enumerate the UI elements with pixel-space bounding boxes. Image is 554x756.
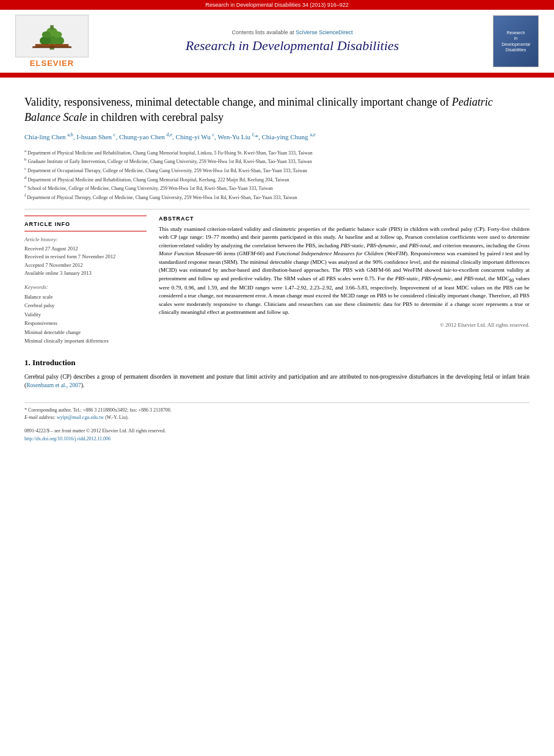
keyword-6: Minimal clinically important differences bbox=[24, 336, 147, 345]
main-content: Validity, responsiveness, minimal detect… bbox=[0, 78, 554, 456]
available-online-date: Available online 3 January 2013 bbox=[24, 269, 147, 278]
svg-point-5 bbox=[42, 31, 51, 38]
affiliation-a: a Department of Physical Medicine and Re… bbox=[24, 148, 530, 157]
journal-citation: Research in Developmental Disabilities 3… bbox=[205, 2, 349, 8]
received-revised-date: Received in revised form 7 November 2012 bbox=[24, 253, 147, 261]
affiliation-c: c Department of Occupational Therapy, Co… bbox=[24, 165, 530, 175]
affiliation-b: b Graduate Institute of Early Interventi… bbox=[24, 156, 530, 165]
svg-rect-8 bbox=[35, 44, 69, 46]
history-label: Article history: bbox=[24, 236, 147, 242]
journal-cover-text: ResearchinDevelopmentalDisabilities bbox=[501, 30, 530, 52]
affiliation-f: f Department of Physical Therapy, Colleg… bbox=[24, 192, 530, 202]
affiliation-d: d Department of Physical Medicine and Re… bbox=[24, 175, 530, 184]
article-title: Validity, responsiveness, minimal detect… bbox=[24, 95, 530, 125]
abstract-body: This study examined criterion-related va… bbox=[159, 225, 530, 317]
sciverse-line: Contents lists available at SciVerse Sci… bbox=[104, 29, 481, 35]
keyword-3: Validity bbox=[24, 310, 147, 319]
right-column: Abstract This study examined criterion-r… bbox=[159, 216, 530, 346]
intro-body: Cerebral palsy (CP) describes a group of… bbox=[24, 373, 530, 390]
footnote-section: * Corresponding author. Tel.: +886 3 211… bbox=[24, 402, 530, 421]
affiliation-e: e School of Medicine, College of Medicin… bbox=[24, 183, 530, 192]
keywords-label: Keywords: bbox=[24, 284, 147, 290]
left-column: Article info Article history: Received 2… bbox=[24, 216, 147, 346]
keyword-2: Cerebral palsy bbox=[24, 301, 147, 310]
elsevier-tree-image bbox=[15, 15, 89, 57]
issn-line: 0891-4222/$ – see front matter © 2012 El… bbox=[24, 427, 530, 435]
svg-rect-7 bbox=[50, 25, 53, 29]
doi-line: http://dx.doi.org/10.1016/j.ridd.2012.11… bbox=[24, 435, 530, 443]
elsevier-logo: ELSEVIER bbox=[12, 15, 92, 68]
keyword-1: Balance scale bbox=[24, 293, 147, 301]
keyword-4: Responsiveness bbox=[24, 319, 147, 327]
intro-heading: 1. Introduction bbox=[24, 358, 530, 368]
doi-link[interactable]: http://dx.doi.org/10.1016/j.ridd.2012.11… bbox=[24, 436, 111, 442]
section-divider bbox=[24, 209, 530, 209]
introduction-section: 1. Introduction Cerebral palsy (CP) desc… bbox=[24, 358, 530, 390]
article-body-columns: Article info Article history: Received 2… bbox=[24, 216, 530, 346]
authors-line: Chia-ling Chen a,b, I-hsuan Shen c, Chun… bbox=[24, 131, 530, 142]
journal-title: Research in Developmental Disabilities bbox=[104, 38, 481, 54]
left-top-divider bbox=[24, 216, 147, 216]
received-date: Received 27 August 2012 bbox=[24, 245, 147, 253]
left-bottom-divider bbox=[24, 231, 147, 231]
copyright-text: © 2012 Elsevier Ltd. All rights reserved… bbox=[159, 322, 530, 328]
elsevier-wordmark: ELSEVIER bbox=[30, 59, 74, 68]
journal-header: ELSEVIER Contents lists available at Sci… bbox=[0, 10, 554, 74]
journal-cover-image: ResearchinDevelopmentalDisabilities bbox=[493, 15, 539, 67]
keyword-5: Minimal detectable change bbox=[24, 328, 147, 336]
corresponding-author-note: * Corresponding author. Tel.: +886 3 211… bbox=[24, 407, 530, 414]
abstract-heading: Abstract bbox=[159, 216, 530, 222]
article-info-heading: Article info bbox=[24, 221, 147, 227]
svg-rect-9 bbox=[32, 46, 71, 48]
bottom-copyright-bar: 0891-4222/$ – see front matter © 2012 El… bbox=[24, 427, 530, 443]
email-note: E-mail address: wylpt@mail.cgu.edu.tw (W… bbox=[24, 414, 530, 421]
journal-header-bar: Research in Developmental Disabilities 3… bbox=[0, 0, 554, 10]
journal-title-area: Contents lists available at SciVerse Sci… bbox=[92, 29, 493, 54]
journal-cover-area: ResearchinDevelopmentalDisabilities bbox=[493, 15, 542, 67]
publisher-logo-area: ELSEVIER bbox=[12, 15, 92, 68]
svg-point-6 bbox=[53, 31, 62, 38]
accepted-date: Accepted 7 November 2012 bbox=[24, 261, 147, 270]
affiliations-block: a Department of Physical Medicine and Re… bbox=[24, 148, 530, 202]
